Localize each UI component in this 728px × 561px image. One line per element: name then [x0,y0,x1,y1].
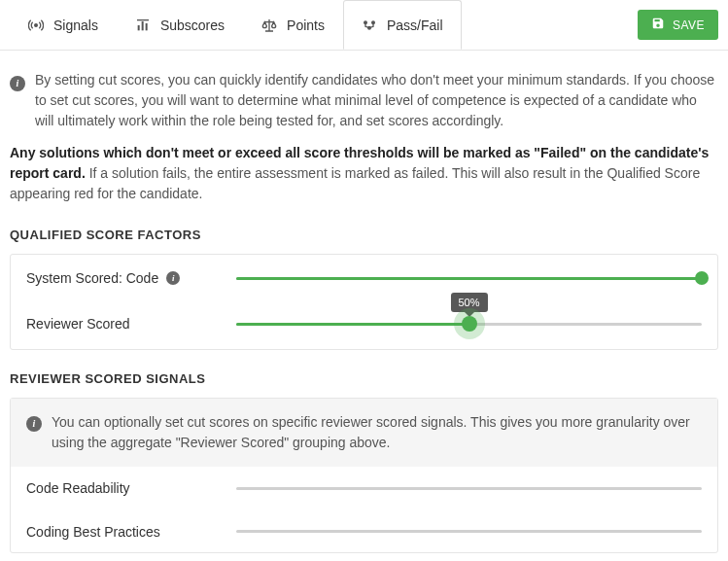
section-title-signals: REVIEWER SCORED SIGNALS [10,371,718,386]
svg-rect-1 [138,25,140,30]
save-icon [651,17,665,33]
svg-rect-3 [146,23,148,30]
svg-point-6 [372,21,375,24]
signals-panel: i You can optionally set cut scores on s… [10,398,718,553]
topbar: Signals Subscores Points Pass/Fail SAVE [0,0,728,51]
factors-panel: System Scored: Code i Reviewer Scored 50… [10,254,718,350]
signal-bestpractices-slider[interactable] [236,524,702,540]
signal-readability-row: Code Readability [11,467,717,509]
warning-text: Any solutions which don't meet or exceed… [10,143,718,204]
slider-thumb[interactable] [462,316,477,332]
broadcast-icon [28,18,44,33]
svg-rect-2 [142,21,144,30]
passfail-icon [362,18,377,33]
tab-label: Subscores [160,18,225,33]
signal-bestpractices-label: Coding Best Practices [26,524,221,540]
content: i By setting cut scores, you can quickly… [0,51,728,561]
tab-signals[interactable]: Signals [10,0,117,50]
svg-point-5 [364,21,367,24]
tabs: Signals Subscores Points Pass/Fail [10,0,462,50]
signals-info-text: You can optionally set cut scores on spe… [52,412,702,453]
info-icon: i [26,412,42,453]
factor-system-row: System Scored: Code i [11,255,717,298]
tab-passfail[interactable]: Pass/Fail [343,0,462,50]
tab-label: Signals [53,18,98,33]
tab-label: Pass/Fail [387,18,443,33]
factor-reviewer-row: Reviewer Scored 50% [11,298,717,349]
svg-rect-4 [137,19,149,20]
info-icon: i [10,70,25,131]
signals-info: i You can optionally set cut scores on s… [11,399,717,467]
svg-point-0 [35,24,38,27]
factor-reviewer-label: Reviewer Scored [26,316,221,332]
tab-points[interactable]: Points [243,0,343,50]
slider-thumb[interactable] [695,271,709,285]
intro-text: By setting cut scores, you can quickly i… [35,70,718,131]
save-label: SAVE [673,18,705,32]
chart-icon [135,18,151,33]
info-icon[interactable]: i [166,271,180,285]
signal-readability-slider[interactable] [236,480,702,496]
signal-bestpractices-row: Coding Best Practices [11,509,717,552]
signal-readability-label: Code Readability [26,480,221,496]
tab-label: Points [287,18,325,33]
factor-system-label: System Scored: Code i [26,270,221,286]
factor-reviewer-slider[interactable]: 50% [236,316,702,332]
section-title-factors: QUALIFIED SCORE FACTORS [10,228,718,242]
scale-icon [261,18,277,33]
slider-tooltip: 50% [450,293,487,312]
intro-info: i By setting cut scores, you can quickly… [10,70,718,131]
tab-subscores[interactable]: Subscores [117,0,243,50]
warning-rest: If a solution fails, the entire assessme… [10,165,700,201]
factor-system-slider[interactable] [236,270,702,286]
save-button[interactable]: SAVE [638,10,718,40]
